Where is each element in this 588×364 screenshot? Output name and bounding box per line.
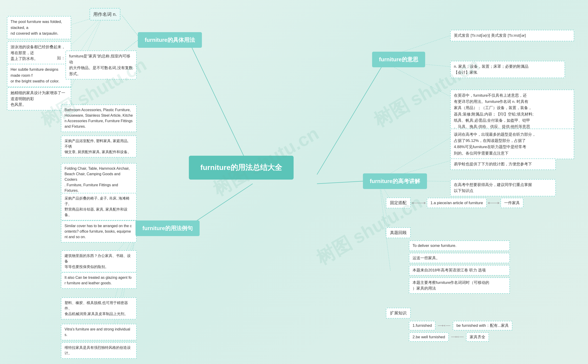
enum-en2: Folding Chair, Table, Hammock Airchair,B… xyxy=(61,163,137,196)
kuozhan-section: 扩展知识 1.furnished be furnished with：配有...… xyxy=(386,308,512,342)
yongzuo-node: 用作名词 n. xyxy=(90,8,120,20)
enum-cn3: 建筑物里面的东西？办公家具、书籍、设备等等也要投保类似的险别。 xyxy=(61,250,137,272)
ext1-mid: be furnished with：配有...家具 xyxy=(453,321,512,331)
branch-juti: furniture的具体用法 xyxy=(138,32,202,48)
enum-cn5: 维特拉家具是具有强烈独特风格的创造设计。 xyxy=(61,342,137,359)
enum-cn4: 塑料、橡胶、模具脱模,也可用于精密器件、食品机械润滑,家具及皮革制品上光剂。 xyxy=(61,297,137,319)
branch-yisi: furniture的意思 xyxy=(372,52,425,67)
enum-en1: Bathroom Accessories, Plastic Furniture,… xyxy=(61,104,137,132)
zhuru-def: furniture是"家具"的总称,指室内可移动的大件物品。是不可数名词,没有复… xyxy=(65,51,137,79)
advice-node: 在高考中想要获得高分，建议同学们重点掌握以下知识点 xyxy=(450,179,556,196)
chart-note-node: 易学蛙也提供了下方的统计图，方便您参考下 xyxy=(450,158,556,170)
example-en2: Her subtle furniture designs made room f… xyxy=(7,64,71,87)
enum-en5: Vitra's furniture are and strong individ… xyxy=(61,324,137,340)
kuozhan-label: 扩展知识 xyxy=(386,308,411,318)
pronunciation-node: 英式发音 ['fɜ:nɪtʃə(r)] 美式发音 ['fɜ:rnɪtʃər] xyxy=(450,30,574,41)
kaodian-node: 本题主要考察furniture作名词词时（可移动的）家具的用法 xyxy=(409,277,510,294)
ext2-mid: 家具齐全 xyxy=(466,332,489,342)
deliver-en-node: To deliver some furniture. xyxy=(409,240,510,251)
ext1-row: 1.furnished be furnished with：配有...家具 xyxy=(409,321,512,331)
gudingpei-label: 固定搭配 xyxy=(386,197,411,208)
ext2-row: 2.be well furnished 家具齐全 xyxy=(409,332,512,342)
pei1-value: 一件家具 xyxy=(501,198,523,208)
example-en1: The pool furniture was folded, stacked, … xyxy=(7,16,71,39)
svg-line-0 xyxy=(188,40,253,175)
enum-en3: Similar cover has to be arranged on the … xyxy=(61,221,137,242)
zhenti-label: 真题回顾 xyxy=(386,227,411,238)
stats-node: 该词在高考中，出现最多的题型是在听力部分，占据了95.12%，在阅读题型部分，占… xyxy=(450,129,574,159)
pei1-label: 1.a piece/an article of furniture xyxy=(427,198,487,208)
meaning-short-node: n. 家具；设备，装置；床罩；必要的附属品【会计】家俬 xyxy=(450,61,565,78)
svg-line-22 xyxy=(386,63,450,97)
ruzhu-label: 如： xyxy=(57,55,65,61)
zhenti-section: 真题回顾 To deliver some furniture. 运送一些家具。 … xyxy=(386,227,510,294)
ext2-label: 2.be well furnished xyxy=(409,332,449,342)
ext1-label: 1.furnished xyxy=(409,321,436,331)
source-node: 本题来自2018年高考英语浙江卷 听力 选项 xyxy=(409,265,510,276)
svg-line-1 xyxy=(188,184,253,226)
svg-line-2 xyxy=(317,60,386,175)
deliver-cn-node: 运送一些家具。 xyxy=(409,253,510,263)
gudingpei-section: 固定搭配 1.a piece/an article of furniture 一… xyxy=(386,197,523,208)
enum-cn2: 采购产品折叠的椅子, 桌子, 吊床, 海滩椅子,野营商品和冷却器, 家具, 家具… xyxy=(61,193,137,221)
enum-cn1: 采购产品浴室配件, 塑料家具, 家庭用品, 不锈钢文章, 厨房配件家具, 家具配… xyxy=(61,136,137,157)
branch-gaokao: furniture的高考讲解 xyxy=(363,173,427,189)
branch-liju: furniture的用法例句 xyxy=(136,221,200,236)
enum-en4: It also Can be treated as glazing agent … xyxy=(61,272,137,289)
example-cn1: 游泳池的设备都已经折叠起来，堆在那里，还盖上了防水布。 xyxy=(7,41,71,65)
meaning-detail-node: 在英语中，furniture不仅具有上述意思，还有更详尽的用法。furnitur… xyxy=(450,90,574,132)
central-node: furniture的用法总结大全 xyxy=(189,156,294,180)
svg-line-4 xyxy=(122,15,138,36)
